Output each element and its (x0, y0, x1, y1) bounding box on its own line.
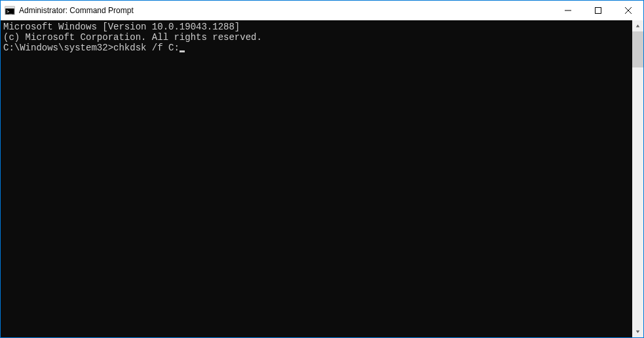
output-line: Microsoft Windows [Version 10.0.19043.12… (3, 22, 632, 32)
window-title: Administrator: Command Prompt (19, 6, 553, 15)
prompt-text: C:\Windows\system32> (3, 43, 113, 53)
titlebar[interactable]: >_ Administrator: Command Prompt (1, 1, 643, 20)
svg-rect-4 (596, 8, 601, 14)
command-text: chkdsk /f C: (113, 43, 180, 53)
output-line: (c) Microsoft Corporation. All rights re… (3, 32, 632, 43)
cursor-icon (180, 50, 185, 52)
vertical-scrollbar[interactable] (632, 20, 643, 337)
terminal-output[interactable]: Microsoft Windows [Version 10.0.19043.12… (1, 20, 632, 337)
maximize-button[interactable] (583, 1, 613, 20)
svg-text:>_: >_ (7, 9, 12, 14)
window-controls (553, 1, 643, 20)
scroll-thumb[interactable] (632, 31, 643, 67)
minimize-button[interactable] (553, 1, 583, 20)
scroll-down-button[interactable] (632, 326, 643, 337)
scroll-track[interactable] (632, 31, 643, 326)
cmd-icon: >_ (5, 5, 15, 16)
command-prompt-window: >_ Administrator: Command Prompt Microso… (0, 0, 644, 338)
prompt-line: C:\Windows\system32>chkdsk /f C: (3, 43, 632, 53)
scroll-up-button[interactable] (632, 20, 643, 31)
close-button[interactable] (613, 1, 643, 20)
svg-rect-1 (5, 7, 14, 9)
client-area: Microsoft Windows [Version 10.0.19043.12… (1, 20, 643, 337)
